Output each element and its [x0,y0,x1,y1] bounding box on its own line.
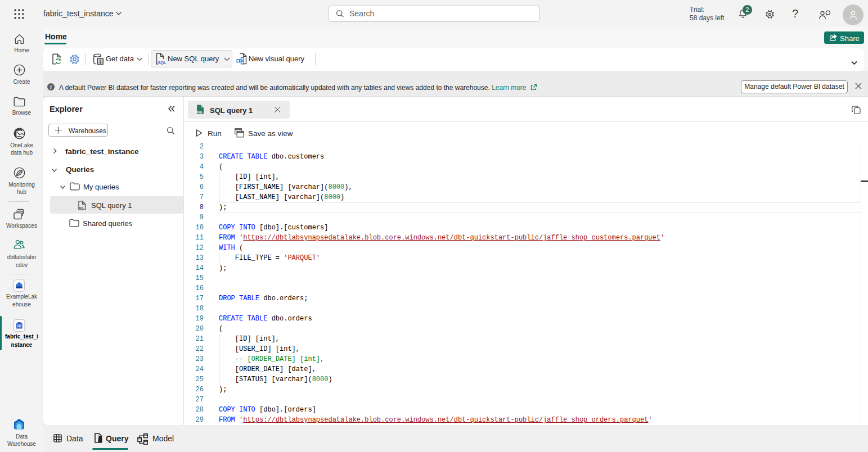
svg-text:SQL: SQL [197,110,203,114]
svg-text:SQL: SQL [79,206,84,210]
svg-text:SQL: SQL [158,60,167,65]
